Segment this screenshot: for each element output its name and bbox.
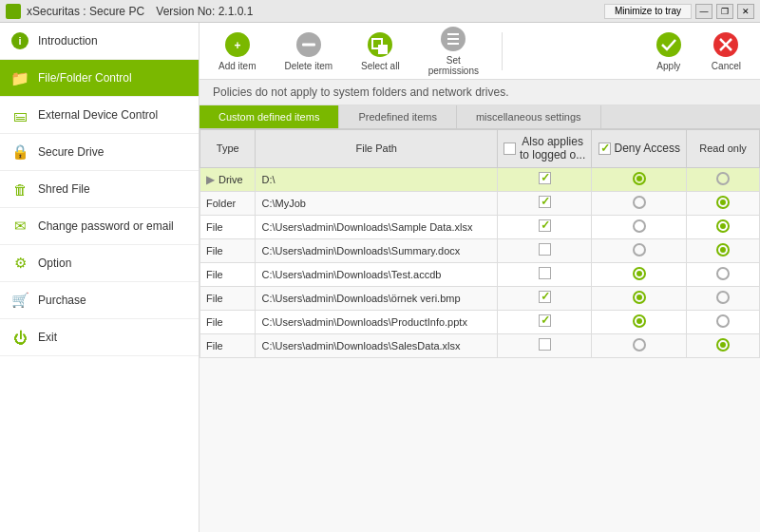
deny-access-radio[interactable] [633,219,646,233]
table-row[interactable]: FileC:\Users\admin\Downloads\ProductInfo… [200,310,760,333]
col-deny-access: Deny Access [592,130,687,168]
table-row[interactable]: FileC:\Users\admin\Downloads\Test.accdb [200,262,760,286]
sidebar-item-introduction[interactable]: i Introduction [0,23,199,60]
app-title: xSecuritas : Secure PC Version No: 2.1.0… [27,5,604,18]
content-area: + Add item Delete item [200,23,760,532]
app-logo [6,4,21,19]
table-body: ▶DriveD:\FolderC:\MyJobFileC:\Users\admi… [200,167,760,357]
info-bar: Policies do not apply to system folders … [200,80,760,105]
cell-file-path: C:\Users\admin\Downloads\Sample Data.xls… [256,215,497,238]
cell-read-only [687,191,760,215]
also-applies-checkbox[interactable] [539,196,551,208]
also-applies-checkbox[interactable] [539,219,551,232]
tab-misc[interactable]: miscellaneous settings [457,105,601,128]
read-only-radio[interactable] [716,219,730,233]
cell-file-path: C:\MyJob [256,191,497,215]
main-layout: i Introduction 📁 File/Folder Control 🖴 E… [0,23,760,532]
sidebar-item-change-password[interactable]: ✉ Change password or email [0,208,199,245]
read-only-radio[interactable] [716,338,730,352]
read-only-radio[interactable] [716,243,730,256]
sidebar-label-shred-file: Shred File [38,182,90,196]
apply-icon [656,31,682,58]
minimize-button[interactable]: — [695,4,712,19]
also-applies-checkbox[interactable] [539,338,551,351]
select-all-label: Select all [361,61,400,71]
cell-also-applies [497,167,591,191]
sidebar-label-change-password: Change password or email [38,219,174,233]
sidebar-item-exit[interactable]: ⏻ Exit [0,319,199,356]
read-only-radio[interactable] [716,196,730,209]
table-row[interactable]: FolderC:\MyJob [200,191,760,215]
select-all-button[interactable]: Select all [352,28,409,75]
close-button[interactable]: ✕ [737,4,754,19]
table-row[interactable]: FileC:\Users\admin\Downloads\SalesData.x… [200,333,760,357]
deny-access-radio[interactable] [633,338,646,352]
cell-also-applies [497,286,591,310]
toolbar-separator [502,32,503,70]
table-header-row: Type File Path Also appliesto logged o..… [200,130,760,168]
deny-access-radio[interactable] [633,196,646,209]
sidebar-item-external-device[interactable]: 🖴 External Device Control [0,97,199,134]
read-only-radio[interactable] [716,172,730,185]
toolbar: + Add item Delete item [200,23,760,80]
exit-icon: ⏻ [10,327,30,348]
also-applies-checkbox[interactable] [539,314,551,327]
cell-also-applies [497,262,591,286]
minimize-to-tray-button[interactable]: Minimize to tray [604,4,692,19]
expand-arrow-icon[interactable]: ▶ [206,173,215,186]
also-applies-checkbox[interactable] [539,267,551,279]
read-only-radio[interactable] [716,291,730,304]
cell-read-only [687,238,760,262]
col-also-applies: Also appliesto logged o... [497,130,591,168]
table-row[interactable]: FileC:\Users\admin\Downloads\Summary.doc… [200,238,760,262]
sidebar-item-secure-drive[interactable]: 🔒 Secure Drive [0,134,199,171]
deny-access-radio[interactable] [633,243,646,256]
also-applies-header-checkbox[interactable] [504,142,516,155]
also-applies-checkbox[interactable] [539,291,551,303]
table-area: Type File Path Also appliesto logged o..… [200,129,760,532]
window-controls: Minimize to tray — ❐ ✕ [604,4,754,19]
tab-custom-defined[interactable]: Custom defined items [200,105,339,128]
deny-access-radio[interactable] [633,291,646,304]
cell-deny-access [592,215,687,238]
col-type: Type [200,130,256,168]
add-item-button[interactable]: + Add item [209,28,265,75]
apply-label: Apply [656,61,680,71]
sidebar-item-file-folder[interactable]: 📁 File/Folder Control [0,60,199,97]
deny-access-radio[interactable] [633,172,646,185]
sidebar-item-shred-file[interactable]: 🗑 Shred File [0,171,199,208]
sidebar-item-purchase[interactable]: 🛒 Purchase [0,282,199,319]
sidebar-label-external-device: External Device Control [38,108,158,122]
table-row[interactable]: FileC:\Users\admin\Downloads\Sample Data… [200,215,760,238]
tab-predefined[interactable]: Predefined items [339,105,457,128]
table-row[interactable]: FileC:\Users\admin\Downloads\örnek veri.… [200,286,760,310]
set-permissions-label: Set permissions [428,55,479,76]
cell-type: File [200,215,256,238]
device-icon: 🖴 [10,104,30,125]
cell-deny-access [592,333,687,357]
sidebar-item-option[interactable]: ⚙ Option [0,245,199,282]
deny-access-radio[interactable] [633,314,646,328]
svg-text:+: + [234,39,240,52]
info-message: Policies do not apply to system folders … [213,86,508,99]
select-all-icon [367,31,393,58]
read-only-radio[interactable] [716,314,730,328]
deny-access-header-checkbox[interactable] [598,142,611,155]
restore-button[interactable]: ❐ [716,4,733,19]
delete-item-button[interactable]: Delete item [275,28,342,75]
set-permissions-button[interactable]: Set permissions [419,22,488,80]
deny-access-radio[interactable] [633,267,646,280]
also-applies-checkbox[interactable] [539,243,551,256]
col-read-only: Read only [687,130,760,168]
cell-file-path: C:\Users\admin\Downloads\Test.accdb [256,262,497,286]
table-row[interactable]: ▶DriveD:\ [200,167,760,191]
cell-also-applies [497,191,591,215]
also-applies-checkbox[interactable] [539,172,551,184]
cell-type: ▶Drive [200,167,256,191]
cell-read-only [687,310,760,333]
apply-button[interactable]: Apply [645,28,693,75]
cancel-button[interactable]: Cancel [702,28,750,75]
read-only-radio[interactable] [716,267,730,280]
cancel-icon [712,31,739,58]
cancel-label: Cancel [712,61,741,71]
